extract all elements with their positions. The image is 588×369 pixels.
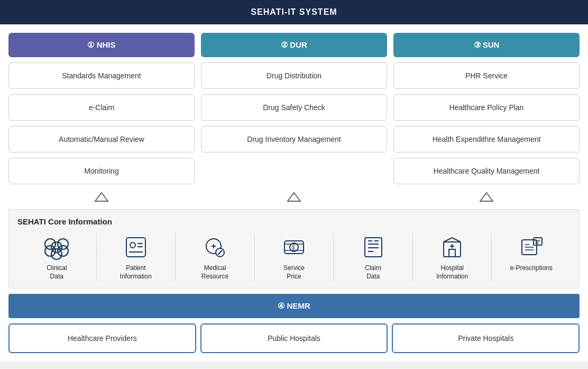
patient-information-icon: [122, 233, 150, 261]
header: SEHATI-IT SYSTEM: [0, 0, 588, 24]
svg-rect-31: [449, 249, 455, 257]
svg-rect-37: [534, 238, 542, 245]
bottom-private-hospitals[interactable]: Private Hospitals: [392, 323, 580, 353]
sun-card-3[interactable]: Health Expendithre Management: [393, 126, 580, 152]
claim-data-label: Claim Data: [365, 264, 381, 281]
up-arrow-dur-icon: [287, 192, 301, 202]
columns-container: ① NHIS Standards Management e-Claim Auto…: [8, 33, 580, 184]
claim-data-icon: [360, 233, 387, 261]
dur-card-3[interactable]: Drug Inventory Management: [201, 126, 387, 152]
core-section: SEHATI Core Information Clinical Data: [8, 209, 580, 289]
nemr-bar[interactable]: ④ NEMR: [8, 294, 580, 318]
dur-header[interactable]: ② DUR: [201, 33, 387, 57]
nhis-card-3[interactable]: Automatic/Manual Review: [8, 126, 195, 152]
hospital-information-label: Hospital Information: [436, 264, 468, 281]
core-item-claim-data[interactable]: Claim Data: [334, 233, 413, 281]
service-price-label: Service Price: [283, 264, 305, 281]
hospital-information-icon: [438, 233, 466, 261]
sun-card-2[interactable]: Healthcare Policy Plan: [393, 94, 580, 121]
main-content: ① NHIS Standards Management e-Claim Auto…: [0, 24, 588, 362]
core-item-patient-information[interactable]: Patient Information: [97, 233, 176, 281]
bottom-row: Healthcare Providers Public Hospitals Pr…: [8, 323, 580, 353]
core-item-hospital-information[interactable]: Hospital Information: [413, 233, 492, 281]
svg-marker-0: [95, 193, 108, 201]
nemr-label: ④ NEMR: [278, 301, 310, 310]
arrow-sun: [393, 192, 580, 205]
column-sun: ③ SUN PHR Service Healthcare Policy Plan…: [393, 33, 580, 184]
e-prescriptions-icon: [518, 233, 545, 261]
svg-point-7: [58, 246, 68, 256]
sun-header[interactable]: ③ SUN: [393, 33, 580, 57]
svg-point-8: [51, 249, 62, 259]
e-prescriptions-label: e-Prescriptions: [510, 264, 553, 273]
core-item-clinical-data[interactable]: Clinical Data: [17, 233, 97, 281]
medical-resource-label: Medical Resource: [201, 264, 228, 281]
core-item-service-price[interactable]: $ Service Price: [255, 233, 334, 281]
clinical-data-label: Clinical Data: [47, 264, 67, 281]
core-title: SEHATI Core Information: [17, 217, 571, 226]
service-price-icon: $: [280, 233, 308, 261]
sun-card-1[interactable]: PHR Service: [393, 62, 580, 89]
column-nhis: ① NHIS Standards Management e-Claim Auto…: [8, 33, 195, 184]
clinical-data-icon: [43, 233, 70, 261]
arrow-row: [8, 190, 580, 209]
arrow-dur: [201, 192, 387, 205]
patient-information-label: Patient Information: [120, 264, 152, 281]
nhis-card-4[interactable]: Monitoring: [8, 158, 195, 184]
svg-text:$: $: [292, 245, 295, 250]
svg-point-6: [45, 246, 56, 256]
bottom-healthcare-providers[interactable]: Healthcare Providers: [8, 323, 196, 353]
core-icons-row: Clinical Data Patient Information: [17, 233, 571, 281]
header-title: SEHATI-IT SYSTEM: [251, 7, 337, 16]
svg-marker-2: [480, 193, 493, 201]
medical-resource-icon: [201, 233, 228, 261]
bottom-public-hospitals[interactable]: Public Hospitals: [200, 323, 388, 353]
nhis-header[interactable]: ① NHIS: [8, 33, 195, 57]
svg-line-34: [444, 238, 452, 242]
core-item-medical-resource[interactable]: Medical Resource: [176, 233, 255, 281]
svg-marker-1: [288, 193, 300, 201]
nhis-card-1[interactable]: Standards Management: [8, 62, 195, 89]
up-arrow-nhis-icon: [94, 192, 109, 202]
nhis-card-2[interactable]: e-Claim: [8, 94, 195, 121]
sun-card-4[interactable]: Healthcare Quality Management: [393, 158, 580, 184]
core-item-e-prescriptions[interactable]: e-Prescriptions: [492, 233, 571, 273]
up-arrow-sun-icon: [479, 192, 494, 202]
dur-card-1[interactable]: Drug Distribution: [201, 62, 387, 89]
dur-card-2[interactable]: Drug Safety Check: [201, 94, 387, 121]
arrow-nhis: [8, 192, 195, 205]
svg-line-35: [452, 238, 461, 242]
svg-point-10: [130, 242, 135, 248]
column-dur: ② DUR Drug Distribution Drug Safety Chec…: [201, 33, 387, 184]
